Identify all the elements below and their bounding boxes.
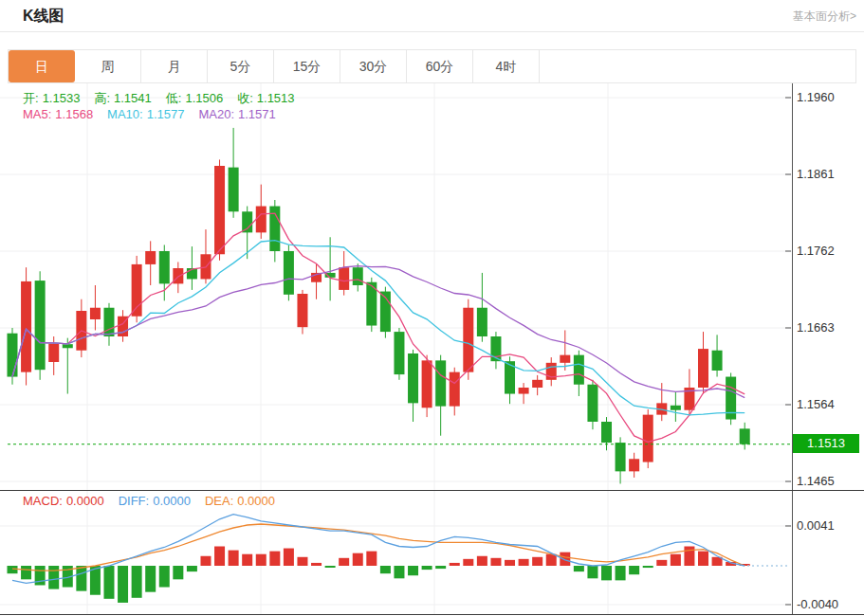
page-title: K线图 (23, 7, 64, 27)
ohlc-legend-item: 高:1.1541 (94, 91, 151, 105)
header: K线图 基本面分析> (0, 0, 864, 32)
axis-tick-label: 1.1465 (797, 474, 835, 488)
period-tab-1[interactable]: 周 (75, 50, 141, 82)
ohlc-legend-item: 低:1.1506 (166, 91, 223, 105)
period-tab-7[interactable]: 4时 (473, 50, 540, 82)
macd-legend-item: MACD:0.0000 (23, 494, 104, 508)
period-tab-4[interactable]: 15分 (274, 50, 340, 82)
period-tab-5[interactable]: 30分 (340, 50, 407, 82)
axis-tick-label: 1.1564 (797, 397, 835, 411)
axis-tick-label: 1.1663 (797, 320, 835, 335)
ma-legend: MA5:1.1568MA10:1.1577MA20:1.1571 (23, 107, 290, 121)
period-tab-6[interactable]: 60分 (407, 50, 473, 82)
axis-tick-label: 1.1762 (797, 244, 835, 258)
macd-legend-item: DEA:0.0000 (205, 494, 275, 508)
ohlc-legend-item: 开:1.1533 (23, 91, 80, 105)
axis-tick-label: 1.1861 (797, 167, 835, 181)
fundamental-analysis-link[interactable]: 基本面分析> (793, 9, 856, 25)
ohlc-legend: 开:1.1533高:1.1541低:1.1506收:1.1513 (23, 90, 309, 107)
axis-tick-label: 0.0041 (797, 518, 835, 533)
ma-legend-item: MA10:1.1577 (107, 107, 184, 121)
period-tabs: 日周月5分15分30分60分4时 (8, 49, 856, 83)
period-tab-3[interactable]: 5分 (208, 50, 274, 82)
ma-legend-item: MA5:1.1568 (23, 107, 93, 121)
axis-tick-label: 1.1960 (797, 90, 835, 104)
ohlc-legend-item: 收:1.1513 (237, 91, 294, 105)
ma-legend-item: MA20:1.1571 (198, 107, 275, 121)
macd-legend-item: DIFF:0.0000 (119, 494, 191, 508)
macd-legend: MACD:0.0000DIFF:0.0000DEA:0.0000 (23, 494, 289, 508)
axis-tick-label: -0.0040 (797, 597, 838, 611)
period-tab-2[interactable]: 月 (141, 50, 208, 82)
current-price-badge: 1.1513 (793, 434, 859, 453)
period-tab-0[interactable]: 日 (9, 50, 75, 82)
